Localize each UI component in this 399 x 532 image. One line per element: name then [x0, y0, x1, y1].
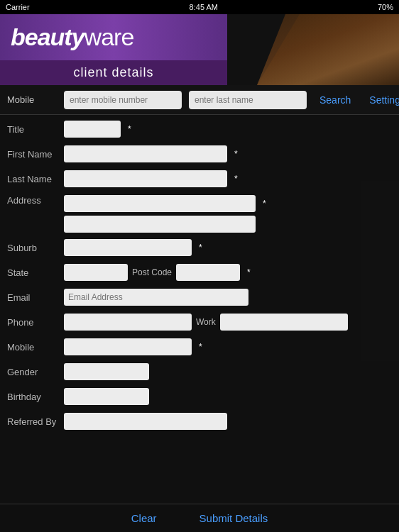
work-label: Work: [196, 317, 216, 327]
state-postcode-row: State Post Code *: [7, 262, 392, 282]
address-label: Address: [7, 195, 64, 206]
last-name-required: *: [234, 174, 238, 184]
address-line2-input[interactable]: [64, 216, 256, 233]
first-name-field-group: *: [64, 145, 392, 162]
mobile-required: *: [199, 342, 202, 352]
first-name-input[interactable]: [64, 145, 227, 162]
carrier-text: Carrier: [6, 3, 30, 11]
state-input[interactable]: [64, 264, 128, 281]
birthday-input[interactable]: [64, 388, 149, 405]
mobile-label: Mobile: [7, 94, 57, 105]
title-input[interactable]: [64, 121, 121, 138]
bottom-bar: Clear Submit Details: [0, 504, 399, 532]
referred-by-input[interactable]: [64, 413, 227, 430]
last-name-row: Last Name *: [7, 169, 392, 189]
mobile-input[interactable]: [64, 338, 192, 355]
logo-beauty: beauty: [11, 23, 84, 50]
mobile-search-input[interactable]: [64, 91, 182, 109]
time-text: 8:45 AM: [190, 3, 218, 11]
referred-by-row: Referred By: [7, 411, 392, 431]
title-row: Title *: [7, 119, 392, 139]
postcode-label: Post Code: [132, 267, 172, 277]
last-name-input[interactable]: [64, 170, 227, 187]
battery-text: 70%: [378, 3, 393, 11]
postcode-required: *: [247, 267, 251, 277]
status-bar: Carrier 8:45 AM 70%: [0, 0, 399, 14]
address-line1-group: *: [64, 195, 266, 212]
app-header: beautyware client details: [0, 14, 399, 85]
search-button[interactable]: Search: [314, 94, 356, 106]
address-row: Address *: [7, 194, 392, 233]
mobile-row: Mobile *: [7, 337, 392, 357]
submit-button[interactable]: Submit Details: [200, 512, 268, 524]
settings-button[interactable]: Settings: [364, 94, 399, 106]
subtitle-bar: client details: [0, 60, 227, 85]
birthday-row: Birthday: [7, 387, 392, 406]
suburb-label: Suburb: [7, 243, 64, 253]
toolbar: Mobile Last Name Search Settings: [0, 85, 399, 115]
header-model-bg: [257, 14, 399, 85]
logo-section: beautyware: [0, 14, 227, 60]
mobile-label-form: Mobile: [7, 342, 64, 353]
title-required: *: [128, 124, 131, 134]
email-row: Email: [7, 287, 392, 307]
state-label: State: [7, 267, 64, 278]
logo-ware: ware: [84, 23, 134, 50]
email-input[interactable]: [64, 289, 248, 306]
first-name-label: First Name: [7, 149, 64, 160]
form-area: Title * First Name * Last Name * Address…: [0, 115, 399, 504]
referred-by-label: Referred By: [7, 416, 64, 427]
suburb-input[interactable]: [64, 239, 192, 256]
phone-row: Phone Work: [7, 312, 392, 332]
app-logo: beautyware: [11, 23, 133, 51]
suburb-field-group: *: [64, 239, 392, 256]
title-field-group: *: [64, 121, 392, 138]
address-required: *: [263, 199, 266, 209]
suburb-row: Suburb *: [7, 238, 392, 257]
last-name-label: Last Name: [7, 174, 64, 184]
title-label: Title: [7, 124, 64, 135]
email-label: Email: [7, 292, 64, 303]
gender-row: Gender: [7, 362, 392, 382]
phone-input[interactable]: [64, 314, 192, 331]
first-name-required: *: [234, 149, 238, 159]
gender-label: Gender: [7, 367, 64, 377]
mobile-field-group: *: [64, 338, 392, 355]
postcode-input[interactable]: [176, 264, 240, 281]
birthday-label: Birthday: [7, 392, 64, 402]
last-name-search-input[interactable]: [189, 91, 307, 109]
phone-label: Phone: [7, 317, 64, 328]
address-field-group: *: [64, 195, 266, 233]
suburb-required: *: [199, 243, 202, 253]
address-line1-input[interactable]: [64, 195, 256, 212]
phone-field-group: Work: [64, 314, 392, 331]
first-name-row: First Name *: [7, 144, 392, 164]
last-name-field-group: *: [64, 170, 392, 187]
clear-button[interactable]: Clear: [131, 512, 157, 524]
gender-input[interactable]: [64, 363, 149, 380]
state-postcode-group: Post Code *: [64, 264, 392, 281]
subtitle-text: client details: [73, 65, 153, 80]
work-phone-input[interactable]: [220, 314, 348, 331]
